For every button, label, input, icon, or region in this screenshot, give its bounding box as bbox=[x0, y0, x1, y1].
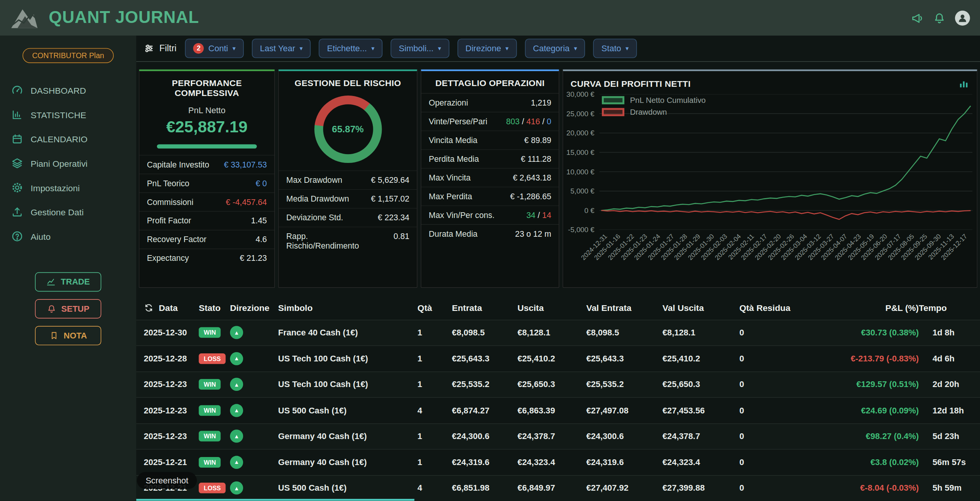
stat-value: € 21.23 bbox=[240, 253, 267, 262]
filter-last-year-dropdown[interactable]: Last Year▾ bbox=[252, 39, 311, 58]
column-header-qta[interactable]: Qtà bbox=[418, 303, 452, 312]
column-header-label: Simbolo bbox=[278, 303, 313, 312]
cell-uscita: €6,849.97 bbox=[518, 483, 586, 493]
y-axis-label: 0 € bbox=[563, 207, 595, 214]
sidebar-item-calendario[interactable]: CALENDARIO bbox=[0, 127, 136, 151]
direction-up-icon: ▲ bbox=[230, 430, 243, 443]
sidebar-item-dashboard[interactable]: DASHBOARD bbox=[0, 78, 136, 102]
column-header-val_uscita[interactable]: Val Uscita bbox=[663, 303, 740, 312]
cell-simbolo: US 500 Cash (1€) bbox=[278, 406, 418, 415]
bell-icon bbox=[47, 304, 56, 313]
sidebar-item-label: Gestione Dati bbox=[31, 207, 83, 217]
performance-card: PERFORMANCE COMPLESSIVA PnL Netto €25,88… bbox=[139, 69, 275, 287]
cell-data: 2025-12-28 bbox=[144, 354, 199, 363]
trade-button[interactable]: TRADE bbox=[35, 272, 101, 292]
column-header-label: Uscita bbox=[518, 303, 544, 312]
cell-uscita: €24,378.7 bbox=[518, 432, 586, 441]
sidebar-item-gestione-dati[interactable]: Gestione Dati bbox=[0, 200, 136, 224]
column-header-uscita[interactable]: Uscita bbox=[518, 303, 586, 312]
x-axis-label: 2025-05-19 bbox=[835, 232, 875, 273]
operations-row: Max Perdita€ -1,286.65 bbox=[421, 186, 559, 205]
sidebar-item-aiuto[interactable]: Aiuto bbox=[0, 224, 136, 249]
cell-qta-residua: 0 bbox=[739, 406, 808, 415]
column-header-stato[interactable]: Stato bbox=[199, 303, 230, 312]
x-axis-label: 2025-09-25 bbox=[888, 232, 929, 273]
chart-icon[interactable] bbox=[958, 78, 969, 89]
cell-simbolo: US Tech 100 Cash (1€) bbox=[278, 354, 418, 363]
horizontal-scrollbar[interactable] bbox=[136, 499, 415, 501]
table-row[interactable]: 2025-12-21WIN▲Germany 40 Cash (1€)1€24,3… bbox=[136, 449, 980, 475]
sidebar-item-piani-operativi[interactable]: Piani Operativi bbox=[0, 151, 136, 176]
column-header-pnl[interactable]: P&L (%) bbox=[808, 303, 919, 312]
x-axis-label: 2025-02-17 bbox=[728, 232, 768, 273]
risk-row: Deviazione Std.€ 223.34 bbox=[279, 208, 417, 226]
cell-direzione: ▲ bbox=[230, 455, 278, 468]
cell-tempo: 1d 8h bbox=[919, 328, 980, 337]
column-header-val_entrata[interactable]: Val Entrata bbox=[586, 303, 662, 312]
stat-value: € -1,286.65 bbox=[510, 191, 551, 200]
cell-qta-residua: 0 bbox=[739, 380, 808, 389]
column-header-entrata[interactable]: Entrata bbox=[452, 303, 517, 312]
cell-direzione: ▲ bbox=[230, 326, 278, 339]
filter-simboli-dropdown[interactable]: Simboli...▾ bbox=[391, 39, 449, 58]
x-axis-label: 2025-01-23 bbox=[608, 232, 648, 273]
cell-stato: WIN bbox=[199, 379, 230, 390]
announcements-icon[interactable] bbox=[911, 11, 924, 24]
x-axis-label: 2025-01-28 bbox=[648, 232, 688, 273]
table-row[interactable]: 2025-12-23WIN▲Germany 40 Cash (1€)1€24,3… bbox=[136, 423, 980, 449]
performance-row: Profit Factor1.45 bbox=[139, 211, 274, 229]
column-header-direzione[interactable]: Direzione bbox=[230, 303, 278, 312]
cell-direzione: ▲ bbox=[230, 481, 278, 494]
cell-qta-residua: 0 bbox=[739, 483, 808, 493]
cell-val-uscita: €8,128.1 bbox=[663, 328, 740, 337]
x-axis-label: 2025-09-30 bbox=[902, 232, 942, 273]
cell-tempo: 56m 57s bbox=[919, 457, 980, 467]
table-row[interactable]: 2025-12-23WIN▲US 500 Cash (1€)4€6,874.27… bbox=[136, 397, 980, 423]
filter-etichette-dropdown[interactable]: Etichette...▾ bbox=[319, 39, 382, 58]
cell-stato: LOSS bbox=[199, 353, 230, 364]
pnl-netto-value: €25,887.19 bbox=[139, 117, 274, 137]
x-axis-label: 2025-02-11 bbox=[715, 232, 755, 273]
column-header-tempo[interactable]: Tempo bbox=[919, 303, 980, 312]
filter-direzione-dropdown[interactable]: Direzione▾ bbox=[457, 39, 517, 58]
bar-chart-icon bbox=[11, 109, 23, 120]
filter-categoria-dropdown[interactable]: Categoria▾ bbox=[525, 39, 585, 58]
cell-entrata: €6,874.27 bbox=[452, 406, 517, 415]
cell-qta: 1 bbox=[418, 354, 452, 363]
y-axis-label: 10,000 € bbox=[563, 168, 595, 175]
cell-val-entrata: €27,497.08 bbox=[586, 406, 662, 415]
nota-button[interactable]: NOTA bbox=[35, 326, 101, 345]
column-header-data[interactable]: Data bbox=[144, 303, 199, 312]
stat-value: 1.45 bbox=[251, 216, 267, 225]
chevron-down-icon: ▾ bbox=[299, 45, 302, 52]
cell-simbolo: US Tech 100 Cash (1€) bbox=[278, 380, 418, 389]
sidebar-item-statistiche[interactable]: STATISTICHE bbox=[0, 102, 136, 127]
sidebar-item-impostazioni[interactable]: Impostazioni bbox=[0, 176, 136, 200]
user-avatar[interactable] bbox=[955, 10, 970, 25]
table-row[interactable]: 2025-12-28LOSS▲US Tech 100 Cash (1€)1€25… bbox=[136, 345, 980, 371]
cell-pnl: €129.57 (0.51%) bbox=[808, 380, 919, 389]
risk-row: Max Drawdown€ 5,629.64 bbox=[279, 170, 417, 189]
cell-uscita: €25,650.3 bbox=[518, 380, 586, 389]
stat-value: 34 / 14 bbox=[526, 210, 551, 219]
legend-label: PnL Netto Cumulativo bbox=[630, 96, 706, 105]
table-row[interactable]: 2025-12-30WIN▲France 40 Cash (1€)1€8,098… bbox=[136, 319, 980, 345]
column-header-simbolo[interactable]: Simbolo bbox=[278, 303, 418, 312]
notifications-bell-icon[interactable] bbox=[933, 11, 946, 24]
operations-row: Vinte/Perse/Pari803 / 416 / 0 bbox=[421, 111, 559, 130]
cell-qta: 1 bbox=[418, 432, 452, 441]
setup-button[interactable]: SETUP bbox=[35, 299, 101, 319]
filter-stato-dropdown[interactable]: Stato▾ bbox=[593, 39, 637, 58]
direction-up-icon: ▲ bbox=[230, 481, 243, 494]
operations-row: Perdita Media€ 111.28 bbox=[421, 149, 559, 168]
status-badge: WIN bbox=[199, 327, 221, 338]
column-header-qta_residua[interactable]: Qtà Residua bbox=[739, 303, 808, 312]
legend-label: Drawdown bbox=[630, 108, 667, 117]
filter-conti-dropdown[interactable]: 2Conti▾ bbox=[185, 39, 244, 58]
table-row[interactable]: 2025-12-21LOSS▲US 500 Cash (1€)4€6,851.9… bbox=[136, 475, 980, 501]
table-row[interactable]: 2025-12-23WIN▲US Tech 100 Cash (1€)1€25,… bbox=[136, 371, 980, 397]
x-axis-label: 2025-04-23 bbox=[821, 232, 862, 273]
gauge-icon bbox=[11, 84, 23, 96]
operations-row: Durata Media23 o 12 m bbox=[421, 224, 559, 242]
plan-badge[interactable]: CONTRIBUTOR Plan bbox=[23, 48, 113, 63]
